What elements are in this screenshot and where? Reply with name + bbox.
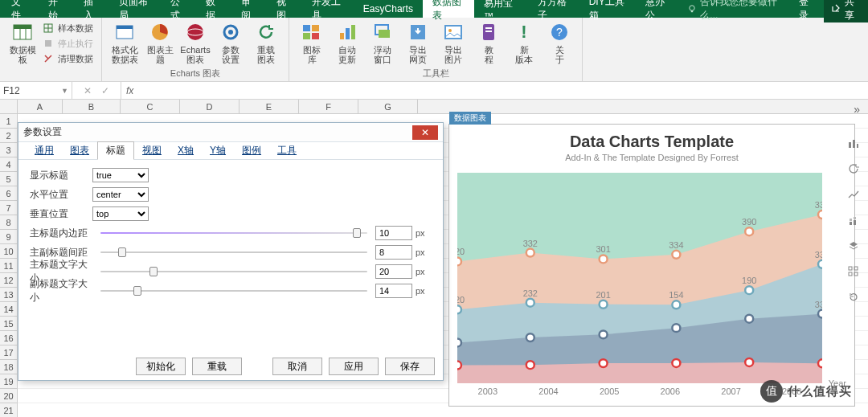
collapse-ribbon-icon[interactable]: » [854, 103, 860, 116]
row-2[interactable]: 2 [0, 129, 17, 143]
chart-object-tab[interactable]: 数据图表 [449, 112, 491, 125]
row-16[interactable]: 16 [0, 331, 17, 345]
ribbon-btn-g2-3[interactable]: 参数 设置 [213, 19, 248, 64]
tab-2[interactable]: 插入 [74, 0, 109, 18]
tab-5[interactable]: 数据 [196, 0, 231, 18]
tab-1[interactable]: 开始 [39, 0, 74, 18]
dialog-tab-4[interactable]: X轴 [170, 142, 202, 159]
name-box[interactable]: F12 ▼ [0, 82, 72, 99]
row-13[interactable]: 13 [0, 288, 17, 302]
ribbon-btn-g3-1[interactable]: 自动 更新 [330, 19, 365, 64]
pad-slider[interactable] [100, 227, 367, 239]
grid-icon[interactable] [847, 265, 860, 278]
chart-object[interactable]: 数据图表 Data Charts Template Add-In & The T… [448, 124, 855, 407]
column-headers[interactable]: ABCDEFG [18, 100, 868, 114]
sfs-input[interactable] [375, 284, 412, 298]
tab-7[interactable]: 视图 [267, 0, 302, 18]
dialog-btn-3[interactable]: 应用 [329, 358, 379, 375]
tell-me[interactable]: 告诉我您想要做什么... [679, 0, 790, 22]
row-5[interactable]: 5 [0, 172, 17, 186]
tab-8[interactable]: 开发工具 [302, 0, 354, 18]
enter-icon[interactable]: ✓ [101, 85, 109, 96]
row-15[interactable]: 15 [0, 317, 17, 331]
tab-12[interactable]: 方方格子 [528, 0, 579, 18]
dialog-btn-0[interactable]: 初始化 [136, 358, 186, 375]
sfs-slider[interactable] [100, 285, 367, 296]
restore-icon[interactable] [847, 291, 860, 304]
dialog-tab-0[interactable]: 通用 [27, 142, 62, 159]
row-11[interactable]: 11 [0, 259, 17, 273]
dialog-btn-2[interactable]: 取消 [272, 358, 322, 375]
ribbon-btn-g3-2[interactable]: 浮动 窗口 [365, 19, 400, 64]
tab-4[interactable]: 公式 [161, 0, 196, 18]
login-link[interactable]: 登录 [791, 0, 824, 22]
row-3[interactable]: 3 [0, 143, 17, 157]
col-B[interactable]: B [63, 100, 121, 113]
dialog-tab-5[interactable]: Y轴 [202, 142, 234, 159]
ribbon-btn-g3-6[interactable]: !新 版本 [506, 19, 542, 64]
tab-11[interactable]: 易用宝 ™ [474, 0, 528, 18]
row-17[interactable]: 17 [0, 345, 17, 360]
dialog-tab-3[interactable]: 视图 [134, 142, 170, 159]
ribbon-btn-g2-1[interactable]: 图表主 题 [142, 19, 178, 64]
row-20[interactable]: 20 [0, 389, 17, 403]
row-10[interactable]: 10 [0, 244, 17, 259]
stacked-icon[interactable] [847, 214, 860, 227]
line-icon[interactable] [847, 188, 860, 201]
col-G[interactable]: G [358, 100, 418, 113]
dialog-titlebar[interactable]: 参数设置 ✕ [18, 123, 443, 142]
ribbon-btn-g3-0[interactable]: 图标 库 [294, 19, 330, 64]
ribbon-btn-g2-0[interactable]: 格式化 数据表 [107, 19, 142, 64]
layers-icon[interactable] [847, 239, 860, 252]
gap-input[interactable] [375, 245, 412, 260]
row-18[interactable]: 18 [0, 360, 17, 374]
ribbon-btn-g3-5[interactable]: 教 程 [471, 19, 506, 64]
dialog-btn-1[interactable]: 重载 [192, 358, 242, 375]
dialog-tab-6[interactable]: 图例 [234, 142, 269, 159]
vpos-select[interactable]: top [92, 206, 149, 221]
col-A[interactable]: A [18, 100, 63, 113]
col-F[interactable]: F [299, 100, 358, 113]
row-4[interactable]: 4 [0, 157, 17, 172]
dialog-btn-4[interactable]: 保存 [385, 358, 435, 375]
fx-label[interactable]: fx [121, 82, 138, 99]
tab-10[interactable]: 数据图表 [423, 0, 474, 18]
clear-data-button[interactable]: 清理数据 [40, 51, 96, 67]
row-8[interactable]: 8 [0, 215, 17, 230]
row-21[interactable]: 21 [0, 403, 17, 417]
row-14[interactable]: 14 [0, 302, 17, 317]
col-E[interactable]: E [240, 100, 299, 113]
row-19[interactable]: 19 [0, 374, 17, 389]
tab-3[interactable]: 页面布局 [109, 0, 161, 18]
refresh-icon[interactable] [847, 162, 860, 175]
cancel-icon[interactable]: ✕ [84, 85, 92, 96]
tab-6[interactable]: 审阅 [231, 0, 267, 18]
share-button[interactable]: 共享 [824, 0, 868, 22]
ribbon-btn-g3-3[interactable]: 导出 网页 [400, 19, 436, 64]
row-12[interactable]: 12 [0, 273, 17, 288]
bar-icon[interactable] [847, 137, 860, 149]
tab-0[interactable]: 文件 [0, 0, 39, 18]
row-9[interactable]: 9 [0, 230, 17, 244]
tab-14[interactable]: 慧办公 [636, 0, 679, 18]
hpos-select[interactable]: center [92, 187, 149, 202]
dialog-tab-1[interactable]: 图表 [62, 142, 97, 159]
row-1[interactable]: 1 [0, 114, 17, 129]
dialog-tab-2[interactable]: 标题 [97, 141, 134, 160]
select-all-corner[interactable] [0, 100, 18, 114]
gap-slider[interactable] [100, 247, 367, 258]
row-headers[interactable]: 123456789101112131415161718192021 [0, 114, 18, 417]
dialog-tab-7[interactable]: 工具 [269, 142, 305, 159]
col-D[interactable]: D [180, 100, 240, 113]
sample-data-button[interactable]: 样本数据 [40, 21, 96, 36]
ribbon-btn-g2-2[interactable]: Echarts 图表 [178, 19, 213, 64]
row-7[interactable]: 7 [0, 201, 17, 215]
data-template-button[interactable]: 数据模 板 [5, 19, 40, 64]
ribbon-btn-g3-4[interactable]: 导出 图片 [436, 19, 471, 64]
stop-exec-button[interactable]: 停止执行 [40, 36, 96, 51]
ribbon-btn-g2-4[interactable]: 重载 图表 [248, 19, 284, 64]
tab-13[interactable]: DIY工具箱 [579, 0, 637, 18]
col-C[interactable]: C [121, 100, 180, 113]
pad-input[interactable] [375, 226, 412, 240]
tab-9[interactable]: EasyCharts [354, 0, 423, 18]
